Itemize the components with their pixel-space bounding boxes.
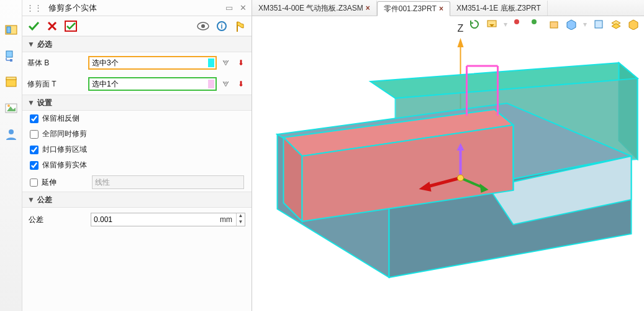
x-icon — [47, 21, 58, 32]
tolerance-input[interactable] — [91, 215, 216, 224]
tolerance-input-group: mm ▲▼ — [91, 213, 245, 226]
user-icon-svg — [4, 128, 18, 141]
viewport-canvas[interactable]: Z X — [252, 16, 644, 311]
svg-point-46 — [458, 175, 464, 181]
panel-close-icon[interactable]: ✕ — [238, 4, 248, 12]
trimface-label: 修剪面 T — [27, 79, 84, 90]
svg-text:i: i — [220, 22, 222, 30]
section-tolerance-label: 公差 — [37, 195, 52, 205]
svg-point-12 — [201, 24, 205, 28]
viewport-area: XM351-4-00E 气动拖板.Z3ASM × 零件001.Z3PRT × X… — [252, 0, 644, 311]
triangle-down-icon: ▼ — [27, 195, 35, 204]
tab-part[interactable]: 零件001.Z3PRT × — [377, 1, 450, 16]
svg-point-9 — [9, 129, 14, 134]
base-row: 基体 B 选中3个 ⩔ ⬇ — [22, 52, 252, 73]
panel-minimize-icon[interactable]: ▭ — [224, 4, 234, 12]
tolerance-spinner[interactable]: ▲▼ — [236, 213, 245, 226]
extend-label: 延伸 — [42, 177, 57, 188]
extend-checkbox[interactable] — [30, 179, 38, 187]
extend-row: 延伸 线性 — [22, 173, 252, 192]
eye-icon — [197, 22, 209, 30]
keep-opposite-label: 保留相反侧 — [42, 113, 79, 124]
base-label: 基体 B — [27, 58, 84, 68]
tolerance-row: 公差 mm ▲▼ — [22, 208, 252, 231]
tab-asm[interactable]: XM351-4-00E 气动拖板.Z3ASM × — [252, 1, 377, 16]
help-button[interactable] — [233, 19, 248, 33]
flag-icon — [235, 21, 245, 32]
user-icon[interactable] — [4, 127, 19, 142]
section-required-label: 必选 — [37, 39, 52, 50]
svg-rect-2 — [6, 51, 12, 57]
cube-tree-icon[interactable] — [4, 49, 19, 63]
trimface-row: 修剪面 T 选中1个 ⩔ ⬇ — [22, 73, 252, 95]
scene-svg: Z X — [252, 16, 644, 311]
seal-area-label: 封口修剪区域 — [42, 144, 87, 155]
tolerance-unit: mm — [216, 215, 236, 224]
keep-trim-body-input[interactable] — [30, 161, 39, 170]
tab-close-icon[interactable]: × — [439, 4, 443, 13]
svg-rect-3 — [10, 59, 12, 62]
keep-trim-body-checkbox[interactable]: 保留修剪实体 — [22, 157, 252, 173]
svg-marker-25 — [458, 38, 464, 47]
section-settings-label: 设置 — [37, 98, 52, 108]
info-button[interactable]: i — [214, 19, 229, 33]
tab-base[interactable]: XM351-4-1E 底板.Z3PRT — [450, 1, 548, 16]
base-selection-input[interactable]: 选中3个 — [88, 56, 217, 70]
confirm-button[interactable] — [26, 19, 41, 33]
triangle-down-icon: ▼ — [27, 40, 35, 49]
axis-z-label: Z — [458, 23, 464, 34]
base-pick-button[interactable]: ⬇ — [235, 57, 247, 69]
triangle-down-icon: ▼ — [27, 98, 35, 107]
panel-title-text: 修剪多个实体 — [48, 2, 97, 14]
panel-drag-handle[interactable]: ⋮⋮ — [26, 3, 42, 12]
svg-rect-1 — [7, 27, 11, 33]
check-icon — [27, 21, 40, 32]
check-box-icon — [65, 21, 77, 32]
apply-button[interactable] — [63, 19, 78, 33]
base-color-chip — [208, 58, 214, 67]
trimface-selection-value: 选中1个 — [92, 79, 119, 90]
svg-point-8 — [7, 104, 10, 107]
document-tabs: XM351-4-00E 气动拖板.Z3ASM × 零件001.Z3PRT × X… — [252, 0, 644, 16]
tolerance-field-label: 公差 — [29, 215, 86, 225]
info-icon: i — [217, 21, 227, 31]
keep-opposite-input[interactable] — [30, 114, 39, 123]
project-icon[interactable] — [4, 22, 19, 37]
trimface-selection-input[interactable]: 选中1个 — [88, 77, 217, 91]
tab-part-label: 零件001.Z3PRT — [384, 4, 437, 14]
base-expand-button[interactable]: ⩔ — [220, 57, 232, 69]
seal-area-checkbox[interactable]: 封口修剪区域 — [22, 142, 252, 157]
trim-all-checkbox[interactable]: 全部同时修剪 — [22, 126, 252, 142]
trimface-expand-button[interactable]: ⩔ — [220, 78, 232, 90]
base-selection-value: 选中3个 — [92, 58, 119, 68]
seal-area-input[interactable] — [30, 146, 39, 154]
panel-toolbar: i — [22, 16, 252, 36]
section-settings[interactable]: ▼ 设置 — [22, 95, 252, 111]
keep-opposite-checkbox[interactable]: 保留相反侧 — [22, 111, 252, 126]
panel-title-bar: ⋮⋮ 修剪多个实体 ▭ ✕ — [22, 0, 252, 16]
keep-trim-body-label: 保留修剪实体 — [42, 160, 87, 170]
trim-all-label: 全部同时修剪 — [42, 129, 87, 139]
landscape-icon-svg — [4, 101, 18, 115]
visibility-button[interactable] — [196, 19, 211, 33]
box-icon-svg — [4, 75, 18, 89]
trim-all-input[interactable] — [30, 130, 39, 139]
tab-base-label: XM351-4-1E 底板.Z3PRT — [456, 3, 541, 14]
side-icon-strip — [0, 0, 22, 311]
cancel-button[interactable] — [45, 19, 60, 33]
property-panel: ⋮⋮ 修剪多个实体 ▭ ✕ i ▼ 必选 基体 B 选中3个 — [22, 0, 252, 311]
svg-rect-5 — [6, 77, 16, 80]
section-tolerance[interactable]: ▼ 公差 — [22, 192, 252, 208]
trimface-color-chip — [208, 80, 214, 88]
trimface-pick-button[interactable]: ⬇ — [235, 78, 247, 90]
extend-mode-select[interactable]: 线性 — [92, 175, 244, 189]
section-required[interactable]: ▼ 必选 — [22, 36, 252, 52]
extend-mode-value: 线性 — [95, 177, 110, 188]
landscape-icon[interactable] — [4, 101, 19, 116]
cube-tree-icon-svg — [4, 49, 18, 63]
svg-rect-4 — [6, 79, 16, 86]
project-icon-svg — [4, 23, 18, 37]
tab-asm-label: XM351-4-00E 气动拖板.Z3ASM — [258, 3, 363, 14]
tab-close-icon[interactable]: × — [366, 4, 370, 12]
box-icon[interactable] — [4, 75, 19, 90]
